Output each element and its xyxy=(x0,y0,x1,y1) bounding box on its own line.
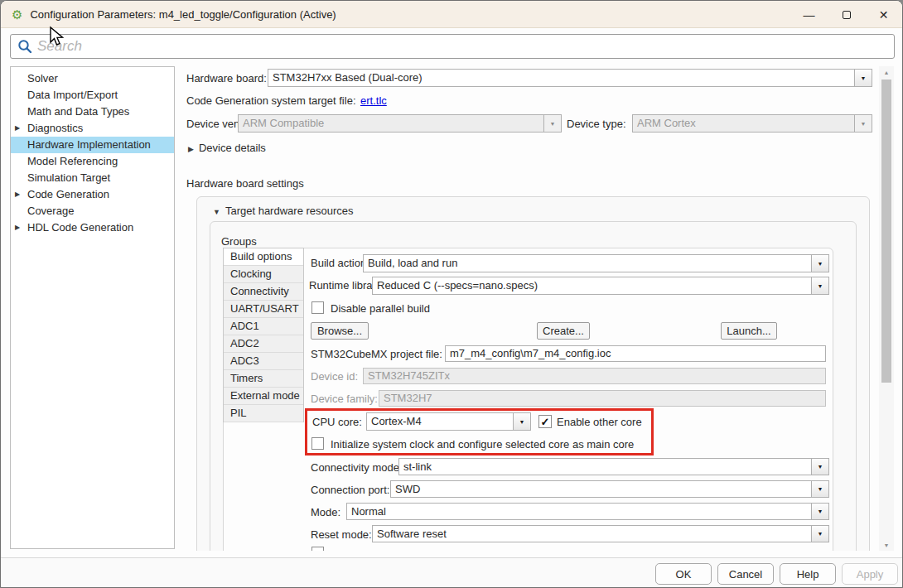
minimize-button[interactable]: — xyxy=(790,1,828,28)
dropdown-arrow-icon[interactable]: ▼ xyxy=(812,480,829,498)
target-hardware-resources-expander[interactable]: ▼Target hardware resources xyxy=(213,205,354,217)
expand-right-icon: ▶ xyxy=(188,145,194,153)
scroll-down-icon[interactable]: ▼ xyxy=(879,539,894,551)
init-system-clock-checkbox[interactable] xyxy=(311,437,324,450)
groups-list: Build options Clocking Connectivity UART… xyxy=(223,248,304,422)
category-sidebar: Solver Data Import/Export Math and Data … xyxy=(10,66,175,549)
device-type-label: Device type: xyxy=(567,118,626,130)
enable-other-core-label: Enable other core xyxy=(557,416,642,428)
create-button[interactable]: Create... xyxy=(537,322,590,340)
groups-label: Groups xyxy=(221,235,257,248)
enable-other-core-checkbox[interactable]: ✓ xyxy=(538,415,552,428)
project-file-input[interactable]: m7_m4_config\m7_m4_config.ioc xyxy=(445,345,826,362)
dialog-footer: OK Cancel Help Apply xyxy=(1,557,902,588)
dropdown-arrow-icon: ▼ xyxy=(544,114,562,133)
dropdown-arrow-icon[interactable]: ▼ xyxy=(514,412,531,431)
main-panel: Hardware board: STM32H7xx Based (Dual-co… xyxy=(181,66,877,551)
mode-label: Mode: xyxy=(311,506,340,518)
launch-button[interactable]: Launch... xyxy=(721,322,777,340)
reset-mode-dropdown[interactable]: Software reset ▼ xyxy=(372,525,829,542)
group-row-timers[interactable]: Timers xyxy=(224,370,303,388)
configuration-parameters-dialog: ⚙ Configuration Parameters: m4_led_toggl… xyxy=(0,0,903,588)
dropdown-arrow-icon[interactable]: ▼ xyxy=(812,277,829,295)
cancel-button[interactable]: Cancel xyxy=(717,563,774,585)
disable-parallel-build-label: Disable parallel build xyxy=(331,302,430,315)
group-row-clocking[interactable]: Clocking xyxy=(224,266,303,283)
hardware-board-label: Hardware board: xyxy=(186,72,267,84)
cpu-core-label: CPU core: xyxy=(312,416,362,428)
sidebar-item-solver[interactable]: Solver xyxy=(11,70,174,87)
group-row-external-mode[interactable]: External mode xyxy=(224,388,303,405)
disable-parallel-build-checkbox[interactable] xyxy=(311,301,324,314)
dropdown-arrow-icon[interactable]: ▼ xyxy=(812,458,829,475)
check-icon: ✓ xyxy=(541,416,550,428)
device-family-field: STM32H7 xyxy=(379,390,826,407)
sidebar-item-math-and-data-types[interactable]: Math and Data Types xyxy=(11,104,174,120)
runtime-library-dropdown[interactable]: Reduced C (--specs=nano.specs) ▼ xyxy=(372,277,829,295)
sidebar-item-code-generation[interactable]: ▶Code Generation xyxy=(11,186,174,203)
build-action-label: Build action: xyxy=(311,257,369,269)
dropdown-arrow-icon[interactable]: ▼ xyxy=(855,69,872,87)
expand-right-icon[interactable]: ▶ xyxy=(15,219,20,236)
sidebar-item-model-referencing[interactable]: Model Referencing xyxy=(11,153,174,170)
sidebar-item-diagnostics[interactable]: ▶Diagnostics xyxy=(11,120,174,137)
ert-tlc-link[interactable]: ert.tlc xyxy=(360,94,387,107)
connectivity-mode-label: Connectivity mode: xyxy=(311,461,403,474)
simulink-settings-icon: ⚙ xyxy=(12,8,22,21)
sidebar-item-hdl-code-generation[interactable]: ▶HDL Code Generation xyxy=(11,219,174,236)
sidebar-item-hardware-implementation[interactable]: Hardware Implementation xyxy=(11,137,174,153)
target-file-label: Code Generation system target file: xyxy=(186,94,356,107)
expand-right-icon[interactable]: ▶ xyxy=(15,120,20,137)
window-title: Configuration Parameters: m4_led_toggle/… xyxy=(30,8,336,21)
cpu-core-dropdown[interactable]: Cortex-M4 ▼ xyxy=(366,412,531,431)
device-family-label: Device family: xyxy=(311,393,378,405)
clipped-checkbox[interactable] xyxy=(311,547,324,551)
dropdown-arrow-icon[interactable]: ▼ xyxy=(812,503,829,520)
browse-button[interactable]: Browse... xyxy=(311,322,369,340)
mouse-cursor xyxy=(48,26,66,47)
connection-port-dropdown[interactable]: SWD ▼ xyxy=(390,480,829,498)
maximize-icon xyxy=(843,11,851,19)
maximize-button[interactable] xyxy=(828,1,865,28)
group-row-pil[interactable]: PIL xyxy=(224,405,303,422)
init-system-clock-label: Initialize system clock and configure se… xyxy=(331,438,634,451)
sidebar-item-simulation-target[interactable]: Simulation Target xyxy=(11,170,174,186)
device-type-dropdown: ARM Cortex ▼ xyxy=(632,114,872,133)
reset-mode-label: Reset mode: xyxy=(311,528,372,541)
dropdown-arrow-icon: ▼ xyxy=(855,114,872,133)
title-bar: ⚙ Configuration Parameters: m4_led_toggl… xyxy=(1,1,902,28)
build-action-dropdown[interactable]: Build, load and run ▼ xyxy=(363,254,829,272)
group-row-uart-usart[interactable]: UART/USART xyxy=(224,301,303,318)
hardware-board-settings-label: Hardware board settings xyxy=(186,177,304,190)
group-row-connectivity[interactable]: Connectivity xyxy=(224,283,303,301)
connection-port-label: Connection port: xyxy=(311,484,389,496)
group-row-adc2[interactable]: ADC2 xyxy=(224,335,303,353)
device-id-label: Device id: xyxy=(311,370,358,383)
scroll-up-icon[interactable]: ▲ xyxy=(879,66,894,78)
search-input[interactable]: Search xyxy=(10,34,895,59)
help-button[interactable]: Help xyxy=(780,563,836,585)
device-id-field: STM32H745ZITx xyxy=(363,368,826,384)
device-details-expander[interactable]: ▶Device details xyxy=(188,142,266,154)
connectivity-mode-dropdown[interactable]: st-link ▼ xyxy=(398,458,829,475)
device-vendor-dropdown: ARM Compatible ▼ xyxy=(238,114,562,133)
dropdown-arrow-icon[interactable]: ▼ xyxy=(812,254,829,272)
scrollbar-thumb[interactable] xyxy=(881,80,891,383)
apply-button[interactable]: Apply xyxy=(842,563,898,585)
group-row-adc3[interactable]: ADC3 xyxy=(224,353,303,370)
dropdown-arrow-icon[interactable]: ▼ xyxy=(812,525,829,542)
sidebar-item-coverage[interactable]: Coverage xyxy=(11,203,174,219)
expand-down-icon: ▼ xyxy=(213,208,220,216)
close-button[interactable]: ✕ xyxy=(865,1,902,28)
group-row-adc1[interactable]: ADC1 xyxy=(224,318,303,335)
ok-button[interactable]: OK xyxy=(655,563,712,585)
vertical-scrollbar[interactable]: ▲ ▼ xyxy=(879,66,894,551)
expand-right-icon[interactable]: ▶ xyxy=(15,186,20,203)
mode-dropdown[interactable]: Normal ▼ xyxy=(346,503,829,520)
search-icon xyxy=(17,39,32,54)
hardware-board-dropdown[interactable]: STM32H7xx Based (Dual-core) ▼ xyxy=(268,69,872,87)
sidebar-item-data-import-export[interactable]: Data Import/Export xyxy=(11,87,174,104)
project-file-label: STM32CubeMX project file: xyxy=(311,348,442,360)
group-row-build-options[interactable]: Build options xyxy=(224,248,303,266)
